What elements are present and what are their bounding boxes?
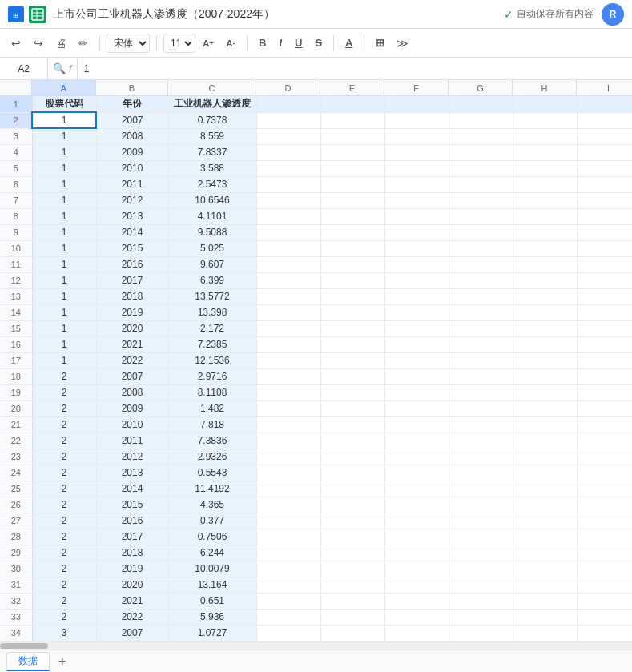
data-cell[interactable]: 0.651 (168, 593, 256, 609)
empty-cell[interactable] (384, 577, 449, 593)
empty-cell[interactable] (320, 304, 384, 320)
empty-cell[interactable] (384, 609, 449, 625)
data-cell[interactable]: 2007 (96, 112, 168, 128)
data-cell[interactable]: 2022 (96, 352, 168, 368)
redo-button[interactable]: ↪ (29, 34, 48, 53)
empty-cell[interactable] (256, 288, 320, 304)
data-cell[interactable]: 13.5772 (168, 288, 256, 304)
empty-cell[interactable] (577, 593, 632, 609)
col-header-B[interactable]: B (96, 80, 168, 95)
empty-cell[interactable] (256, 256, 320, 272)
data-cell[interactable]: 3.588 (168, 160, 256, 176)
empty-cell[interactable] (577, 240, 632, 256)
empty-cell[interactable] (513, 609, 577, 625)
data-cell[interactable]: 8.559 (168, 128, 256, 144)
data-cell[interactable]: 5.936 (168, 609, 256, 625)
data-cell[interactable]: 2 (32, 433, 96, 449)
empty-cell[interactable] (513, 449, 577, 465)
data-cell[interactable]: 9.607 (168, 256, 256, 272)
empty-cell[interactable] (513, 224, 577, 240)
empty-cell[interactable] (577, 320, 632, 336)
data-cell[interactable]: 2020 (96, 320, 168, 336)
col-resize-handle-A[interactable] (92, 80, 95, 95)
empty-cell[interactable] (577, 513, 632, 529)
data-cell[interactable]: 2008 (96, 384, 168, 400)
empty-cell[interactable] (449, 192, 513, 208)
empty-cell[interactable] (256, 112, 320, 128)
empty-cell[interactable] (513, 497, 577, 513)
data-cell[interactable]: 2014 (96, 224, 168, 240)
data-cell[interactable]: 2016 (96, 513, 168, 529)
empty-cell[interactable] (577, 449, 632, 465)
data-cell[interactable]: 1 (32, 256, 96, 272)
empty-cell[interactable] (320, 176, 384, 192)
empty-cell[interactable] (513, 288, 577, 304)
data-cell[interactable]: 7.818 (168, 416, 256, 433)
empty-cell[interactable] (513, 160, 577, 176)
empty-cell[interactable] (449, 128, 513, 144)
empty-cell[interactable] (384, 336, 449, 352)
empty-cell[interactable] (256, 416, 320, 433)
empty-cell[interactable] (384, 465, 449, 481)
data-cell[interactable]: 2 (32, 416, 96, 433)
data-cell[interactable]: 2 (32, 593, 96, 609)
data-cell[interactable]: 2018 (96, 545, 168, 561)
empty-cell[interactable] (384, 497, 449, 513)
empty-cell[interactable] (384, 192, 449, 208)
empty-cell[interactable] (320, 128, 384, 144)
empty-cell[interactable] (577, 272, 632, 288)
empty-cell[interactable] (256, 465, 320, 481)
data-cell[interactable]: 2019 (96, 304, 168, 320)
empty-cell[interactable] (577, 577, 632, 593)
empty-cell[interactable] (577, 208, 632, 224)
empty-cell[interactable] (384, 529, 449, 545)
empty-cell[interactable] (513, 561, 577, 577)
data-cell[interactable]: 2 (32, 513, 96, 529)
data-cell[interactable]: 1 (32, 240, 96, 256)
empty-cell[interactable] (449, 240, 513, 256)
data-cell[interactable]: 1 (32, 192, 96, 208)
empty-cell[interactable] (320, 593, 384, 609)
empty-cell[interactable] (449, 256, 513, 272)
data-cell[interactable]: 1 (32, 224, 96, 240)
empty-cell[interactable] (384, 481, 449, 497)
empty-cell[interactable] (320, 577, 384, 593)
data-cell[interactable]: 2.172 (168, 320, 256, 336)
data-cell[interactable]: 7.2385 (168, 336, 256, 352)
empty-cell[interactable] (320, 160, 384, 176)
empty-cell[interactable] (513, 545, 577, 561)
empty-cell[interactable] (449, 449, 513, 465)
data-cell[interactable]: 2013 (96, 208, 168, 224)
data-cell[interactable]: 0.7506 (168, 529, 256, 545)
empty-cell[interactable] (320, 224, 384, 240)
empty-cell[interactable] (320, 384, 384, 400)
empty-cell[interactable] (320, 320, 384, 336)
empty-cell[interactable] (320, 513, 384, 529)
data-cell[interactable]: 2011 (96, 433, 168, 449)
data-cell[interactable]: 2021 (96, 593, 168, 609)
data-cell[interactable]: 12.1536 (168, 352, 256, 368)
col-header-G[interactable]: G (449, 80, 513, 95)
data-cell[interactable]: 1.0727 (168, 625, 256, 641)
data-cell[interactable]: 2013 (96, 465, 168, 481)
empty-cell[interactable] (384, 144, 449, 160)
empty-cell[interactable] (256, 529, 320, 545)
empty-cell[interactable] (449, 304, 513, 320)
empty-cell[interactable] (513, 208, 577, 224)
data-cell[interactable]: 2012 (96, 449, 168, 465)
empty-cell[interactable] (320, 272, 384, 288)
empty-cell[interactable] (449, 288, 513, 304)
empty-cell[interactable] (513, 465, 577, 481)
data-cell[interactable]: 7.8337 (168, 144, 256, 160)
data-cell[interactable]: 2008 (96, 128, 168, 144)
cell-reference[interactable]: A2 (0, 58, 48, 79)
empty-cell[interactable] (449, 368, 513, 384)
sheet-tab-data[interactable]: 数据 (6, 652, 50, 671)
data-cell[interactable]: 2 (32, 449, 96, 465)
empty-cell[interactable] (256, 192, 320, 208)
data-cell[interactable]: 1 (32, 288, 96, 304)
empty-cell[interactable] (384, 256, 449, 272)
header-empty-5[interactable] (320, 96, 384, 112)
empty-cell[interactable] (256, 625, 320, 641)
empty-cell[interactable] (577, 529, 632, 545)
